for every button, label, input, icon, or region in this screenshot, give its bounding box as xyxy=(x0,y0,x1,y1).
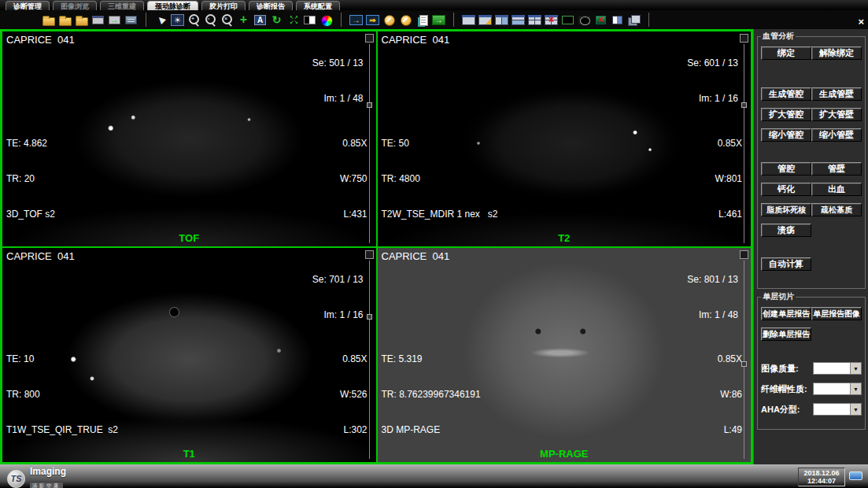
fibrous-cap-select[interactable] xyxy=(813,383,862,395)
slice-scroll-box[interactable] xyxy=(365,250,374,259)
slice-scroll-box[interactable] xyxy=(365,34,374,43)
annotation-tool-icon[interactable]: A xyxy=(253,13,268,28)
generate-wall-button[interactable]: 生成管壁 xyxy=(811,87,862,101)
patient-id-label: CAPRICE 041 xyxy=(382,34,450,46)
slice-scroll-thumb[interactable] xyxy=(741,102,747,108)
vessel-analysis-title: 血管分析 xyxy=(761,31,796,42)
roi-ellipse-icon[interactable] xyxy=(577,13,592,28)
aha-type-select[interactable] xyxy=(813,403,862,416)
refresh-icon[interactable]: ↻ xyxy=(269,13,284,28)
copy-report-icon[interactable] xyxy=(415,13,430,28)
open-study-folder-icon[interactable] xyxy=(57,13,72,28)
sequence-label: 3D MP-RAGE xyxy=(382,424,481,436)
open-series-folder-icon[interactable] xyxy=(74,13,89,28)
zoom-factor-label: 0.85X xyxy=(340,353,367,365)
unbind-button[interactable]: 解除绑定 xyxy=(811,46,862,60)
pan-tool-icon[interactable]: + xyxy=(236,13,251,28)
minimize-window-icon[interactable] xyxy=(90,13,105,28)
slice-scroll-track[interactable] xyxy=(744,261,744,460)
window-level-label: L:49 xyxy=(718,424,742,436)
menu-tab-1[interactable]: 诊断管理 xyxy=(6,1,50,10)
expand-wall-button[interactable]: 扩大管壁 xyxy=(811,108,862,121)
layout-2x2-icon[interactable] xyxy=(527,13,542,28)
slice-scroll-box[interactable] xyxy=(740,250,748,259)
generate-lumen-button[interactable]: 生成管腔 xyxy=(761,87,811,101)
lumen-button[interactable]: 管腔 xyxy=(761,162,811,176)
zoom-reset-icon[interactable]: × xyxy=(220,13,235,28)
layout-1x2-icon[interactable] xyxy=(494,13,509,28)
app-logo: TS Imaging 清影华康 xyxy=(7,467,66,488)
fibrous-cap-label: 纤维帽性质: xyxy=(761,383,807,395)
dropdown-arrow-icon[interactable] xyxy=(850,404,861,415)
dropdown-arrow-icon[interactable] xyxy=(850,363,861,374)
toolbar-separator xyxy=(341,13,342,27)
split-view-icon[interactable] xyxy=(610,13,625,28)
hemorrhage-button[interactable]: 出血 xyxy=(811,183,862,196)
sequence-label: 3D_TOF s2 xyxy=(6,209,55,220)
close-icon[interactable]: × xyxy=(858,17,864,27)
menu-tab-3[interactable]: 三维重建 xyxy=(100,1,144,10)
create-slice-report-button[interactable]: 创建单层报告 xyxy=(761,307,811,320)
zoom-region-icon[interactable]: ▫ xyxy=(203,13,218,28)
viewport-t1[interactable]: CAPRICE 041 Se: 701 / 13 Im: 1 / 16 TE: … xyxy=(2,247,377,464)
layout-custom-icon[interactable] xyxy=(478,13,493,28)
bind-button[interactable]: 绑定 xyxy=(761,46,811,60)
window-level-icon[interactable]: ☀ xyxy=(170,13,185,28)
calcification-button[interactable]: 钙化 xyxy=(761,183,811,196)
delete-roi-icon[interactable]: × xyxy=(593,13,608,28)
shrink-lumen-button[interactable]: 缩小管腔 xyxy=(761,128,811,142)
lipid-necrotic-core-button[interactable]: 脂质坏死核 xyxy=(761,203,811,216)
import-images-icon[interactable]: → xyxy=(107,13,122,28)
toolbar-separator xyxy=(453,13,454,27)
viewport-mprage[interactable]: CAPRICE 041 Se: 801 / 13 Im: 1 / 48 TE: … xyxy=(377,247,752,464)
roi-rectangle-icon[interactable] xyxy=(560,13,575,28)
link-layout-icon[interactable]: ⇒ xyxy=(365,13,380,28)
menu-tab-6[interactable]: 诊断报告 xyxy=(249,1,293,10)
expand-lumen-button[interactable]: 扩大管腔 xyxy=(761,108,811,121)
spacer xyxy=(761,142,862,155)
slice-scroll-thumb[interactable] xyxy=(741,361,747,367)
invert-image-icon[interactable] xyxy=(302,13,317,28)
auto-calculate-button[interactable]: 自动计算 xyxy=(761,257,811,271)
slice-scroll-track[interactable] xyxy=(369,44,370,243)
layout-single-icon[interactable] xyxy=(461,13,476,28)
slice-scroll-box[interactable] xyxy=(740,34,748,43)
image-quality-label: 图像质量: xyxy=(761,363,799,375)
shrink-wall-button[interactable]: 缩小管壁 xyxy=(811,128,862,142)
cascade-windows-icon[interactable] xyxy=(626,13,641,28)
export-image-icon[interactable]: → xyxy=(431,13,446,28)
slice-scroll-track[interactable] xyxy=(744,44,744,243)
slice-report-image-button[interactable]: 单层报告图像 xyxy=(811,307,862,320)
menu-tab-7[interactable]: 系统配置 xyxy=(296,1,340,10)
delete-slice-report-button[interactable]: 删除单层报告 xyxy=(761,327,811,341)
open-patient-folder-icon[interactable] xyxy=(41,13,56,28)
zoom-factor-label: 0.85X xyxy=(718,353,742,365)
layout-2x1-icon[interactable] xyxy=(511,13,526,28)
menu-tab-5[interactable]: 胶片打印 xyxy=(201,1,246,10)
menu-tab-4[interactable]: 颈动脉诊断 xyxy=(147,1,198,10)
archive-icon[interactable] xyxy=(124,13,139,28)
wall-button[interactable]: 管壁 xyxy=(811,162,862,176)
pointer-tool-icon[interactable]: ▶ xyxy=(150,9,172,31)
image-quality-select[interactable] xyxy=(813,362,862,375)
zoom-in-icon[interactable]: + xyxy=(187,13,201,28)
pseudo-color-icon[interactable] xyxy=(319,13,334,28)
viewport-tof[interactable]: CAPRICE 041 Se: 501 / 13 Im: 1 / 48 TE: … xyxy=(2,31,377,247)
edit-tool-icon[interactable] xyxy=(398,13,413,28)
loose-matrix-button[interactable]: 疏松基质 xyxy=(811,203,862,216)
measure-tool-icon[interactable] xyxy=(382,13,397,28)
sequence-label: T2W_TSE_MDIR 1 nex s2 xyxy=(382,209,498,220)
slice-scroll-track[interactable] xyxy=(369,261,370,460)
close-layout-icon[interactable]: × xyxy=(544,13,559,28)
viewport-t2[interactable]: CAPRICE 041 Se: 601 / 13 Im: 1 / 16 TE: … xyxy=(377,31,752,247)
menu-tab-2[interactable]: 图像浏览 xyxy=(53,1,97,10)
fit-to-window-icon[interactable]: ↖↗↙↘ xyxy=(286,13,301,28)
image-number-label: Im: 1 / 48 xyxy=(687,309,738,321)
dropdown-arrow-icon[interactable] xyxy=(850,383,861,394)
slice-scroll-thumb[interactable] xyxy=(367,314,372,320)
slice-scroll-thumb[interactable] xyxy=(367,102,372,108)
window-level-label: L:431 xyxy=(340,209,367,220)
ulcer-button[interactable]: 溃疡 xyxy=(761,224,811,237)
datetime-display: 2018.12.06 12:44:07 xyxy=(798,468,845,486)
link-series-icon[interactable]: → xyxy=(349,13,364,28)
